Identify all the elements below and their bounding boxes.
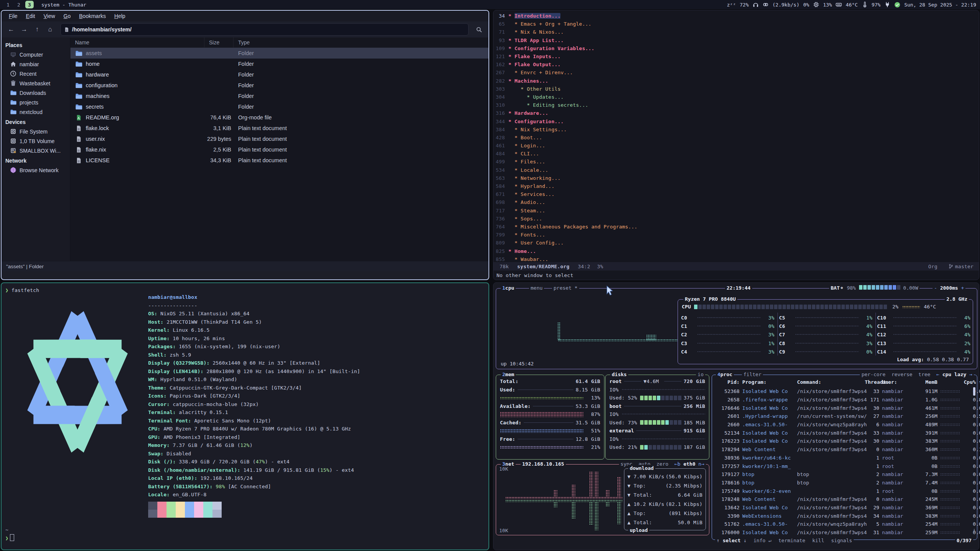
file-row[interactable]: homeFolder bbox=[70, 59, 488, 69]
process-row[interactable]: 3390WebExtensions/nix/store/sm8fmrf3wps4… bbox=[716, 512, 972, 520]
menu-go[interactable]: Go bbox=[60, 12, 74, 20]
proc-col-header[interactable]: Threads: bbox=[865, 379, 879, 385]
org-heading-line[interactable]: 109* Configuration Variables... bbox=[493, 44, 979, 52]
proc-col-header[interactable]: Pid: bbox=[716, 379, 740, 385]
shell-prompt-2[interactable]: ❯ bbox=[5, 534, 14, 543]
sidebar-item-1-0-tb-volume[interactable]: 1,0 TB Volume bbox=[2, 136, 70, 146]
org-heading-line[interactable]: 484 * CLI... bbox=[493, 150, 979, 158]
back-button[interactable]: ← bbox=[5, 24, 17, 35]
process-row[interactable]: 176000Isolated Web Co/nix/store/sm8fmrf3… bbox=[716, 528, 972, 537]
process-row[interactable]: 2660.emacs-31.0.50-/nix/store/wnqz5pa8ra… bbox=[716, 421, 972, 429]
process-row[interactable]: 177257kworker/10:1-mm_1root0B0.0 bbox=[716, 462, 972, 470]
process-row[interactable]: 52368Isolated Web Co/nix/store/sm8fmrf3w… bbox=[716, 387, 972, 396]
proc-col-header[interactable]: User: bbox=[882, 379, 914, 385]
org-heading-line[interactable]: 809 * User Config... bbox=[493, 239, 979, 247]
org-heading-line[interactable]: 563 * Networking... bbox=[493, 174, 979, 182]
proc-col-header[interactable]: Cpu% ↑ bbox=[963, 379, 980, 385]
file-row[interactable]: flake.nix2,5 KiBPlain text document bbox=[70, 144, 488, 155]
interval-chip[interactable]: - 2000ms + bbox=[933, 285, 965, 292]
org-heading-line[interactable]: 584 * Hyprland... bbox=[493, 182, 979, 190]
org-heading-line[interactable]: 534 * Locale... bbox=[493, 166, 979, 174]
column-header-type[interactable]: Type bbox=[234, 37, 488, 47]
process-row[interactable]: 178616btopbtop2nambiar7.4M0.0 bbox=[716, 479, 972, 487]
file-row[interactable]: flake.lock3,1 KiBPlain text document bbox=[70, 123, 488, 134]
tray-item-headphones[interactable] bbox=[753, 2, 759, 8]
process-row[interactable]: 2658.firefox-wrappe/nix/store/sm8fmrf3wp… bbox=[716, 396, 972, 404]
org-heading-line[interactable]: 461 * Login... bbox=[493, 142, 979, 150]
tray-text-14[interactable]: Sun, 28 Sep 2025 - 22:19 bbox=[904, 2, 976, 8]
proc-col-header[interactable]: MemB bbox=[917, 379, 938, 385]
org-heading-line[interactable]: 764 * Miscellaneous Packages and Program… bbox=[493, 223, 979, 231]
process-row[interactable]: 178248Web Content/nix/store/sm8fmrf3wps4… bbox=[716, 495, 972, 504]
workspace-1[interactable]: 1 bbox=[4, 1, 12, 8]
tray-item-check-circle[interactable] bbox=[894, 2, 900, 8]
workspace-3[interactable]: 3 bbox=[25, 1, 34, 8]
proc-action-3[interactable]: kill bbox=[812, 538, 824, 543]
process-row[interactable]: 176223Isolated Web Co/nix/store/sm8fmrf3… bbox=[716, 437, 972, 445]
process-row[interactable]: 52134Isolated Web Co/nix/store/sm8fmrf3w… bbox=[716, 429, 972, 437]
tray-text-11[interactable]: 97% bbox=[872, 2, 880, 8]
proc-action-1[interactable]: info ↵ bbox=[753, 538, 771, 543]
file-row[interactable]: machinesFolder bbox=[70, 91, 488, 101]
proc-action-2[interactable]: terminate bbox=[778, 538, 805, 543]
tray-text-4[interactable]: (2.9kb/s) bbox=[773, 2, 799, 8]
org-heading-line[interactable]: 799 * Fonts... bbox=[493, 231, 979, 239]
menu-view[interactable]: View bbox=[40, 12, 59, 20]
sidebar-item-nambiar[interactable]: nambiar bbox=[2, 59, 70, 69]
org-heading-line[interactable]: 384 * Nix Settings... bbox=[493, 126, 979, 134]
sidebar-item-smallbox-wi-[interactable]: SMALLBOX Wi... bbox=[2, 146, 70, 155]
tray-item-link[interactable] bbox=[763, 2, 769, 8]
tray-text-5[interactable]: 0% bbox=[803, 2, 809, 8]
org-heading-line[interactable]: 162* Flake Output... bbox=[493, 60, 979, 68]
org-heading-line[interactable]: 93* TLDR App List... bbox=[493, 36, 979, 44]
tray-text-9[interactable]: 46°C bbox=[846, 2, 858, 8]
org-heading-line[interactable]: 499 * Files... bbox=[493, 158, 979, 166]
file-row[interactable]: hardwareFolder bbox=[70, 69, 488, 80]
org-heading-line[interactable]: 316* Hardware... bbox=[493, 109, 979, 117]
process-row[interactable]: 13642Isolated Web Co/nix/store/sm8fmrf3w… bbox=[716, 504, 972, 512]
org-heading-line[interactable]: 34* Introduction... bbox=[493, 12, 979, 20]
org-heading-line[interactable]: 65 * Emacs + Org + Tangle... bbox=[493, 20, 979, 28]
org-heading-line[interactable]: 825* Home... bbox=[493, 247, 979, 255]
org-heading-line[interactable]: 71 * Nix & Nixos... bbox=[493, 28, 979, 36]
proc-col-header[interactable]: Program: bbox=[742, 379, 794, 385]
home-button[interactable]: ⌂ bbox=[44, 24, 56, 35]
up-button[interactable]: ↑ bbox=[31, 24, 43, 35]
preset-button[interactable]: preset * bbox=[552, 285, 579, 292]
proc-options[interactable]: per-core reverse tree ← cpu lazy → bbox=[860, 371, 974, 378]
org-heading-line[interactable]: 310 * Editing secrets... bbox=[493, 101, 979, 109]
menu-help[interactable]: Help bbox=[111, 12, 129, 20]
process-row[interactable]: 179127btopbtop2nambiar7.3M0.0 bbox=[716, 470, 972, 479]
file-row[interactable]: secretsFolder bbox=[70, 101, 488, 112]
file-row[interactable]: README.org76,4 KiBOrg-mode file bbox=[70, 112, 488, 123]
org-heading-line[interactable]: 736 * Sops... bbox=[493, 215, 979, 223]
sidebar-item-recent[interactable]: Recent bbox=[2, 69, 70, 78]
tray-text-0[interactable]: zᶻᶻ bbox=[727, 2, 736, 8]
menu-button[interactable]: menu bbox=[529, 285, 544, 292]
file-row[interactable]: LICENSE34,3 KiBPlain text document bbox=[70, 155, 488, 166]
org-heading-line[interactable]: 717 * Steam... bbox=[493, 207, 979, 215]
process-row[interactable]: 176646Isolated Web Co/nix/store/sm8fmrf3… bbox=[716, 404, 972, 412]
sidebar-item-browse-network[interactable]: Browse Network bbox=[2, 165, 70, 175]
org-heading-line[interactable]: 671 * Services... bbox=[493, 190, 979, 198]
sidebar-item-wastebasket[interactable]: Wastebasket bbox=[2, 78, 70, 88]
proc-box-label[interactable]: 4proc bbox=[716, 371, 734, 378]
workspace-2[interactable]: 2 bbox=[15, 1, 23, 8]
file-row[interactable]: user.nix229 bytesPlain text document bbox=[70, 134, 488, 144]
org-heading-line[interactable]: 267 * Envrc + Direnv... bbox=[493, 68, 979, 77]
file-row[interactable]: assetsFolder bbox=[70, 48, 488, 59]
tray-item-ram[interactable] bbox=[836, 2, 842, 8]
filter-button[interactable]: filter bbox=[742, 371, 763, 378]
tray-item-chip[interactable] bbox=[813, 2, 819, 8]
org-heading-line[interactable]: 304 * Updates... bbox=[493, 93, 979, 101]
sidebar-item-file-system[interactable]: File System bbox=[2, 127, 70, 136]
menu-file[interactable]: File bbox=[5, 12, 21, 20]
sidebar-item-nextcloud[interactable]: nextcloud bbox=[2, 107, 70, 117]
sidebar-item-downloads[interactable]: Downloads bbox=[2, 88, 70, 98]
org-heading-line[interactable]: 282* Machines... bbox=[493, 77, 979, 85]
search-button[interactable] bbox=[473, 24, 485, 35]
menu-bookmarks[interactable]: Bookmarks bbox=[76, 12, 109, 20]
proc-col-header[interactable]: Command: bbox=[797, 379, 862, 385]
proc-action-0[interactable]: ↑ select ↓ bbox=[717, 538, 746, 543]
cpu-box-label[interactable]: 1cpu bbox=[501, 285, 516, 292]
